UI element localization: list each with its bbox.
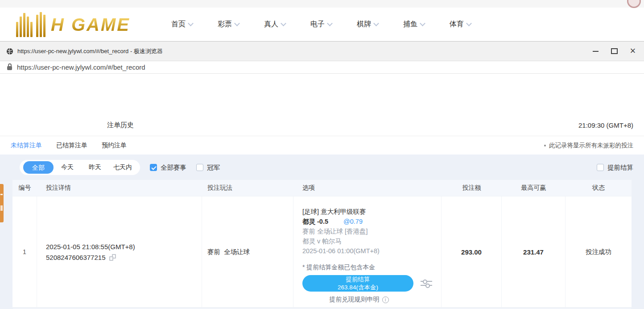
nav-item-home[interactable]: 首页 — [159, 20, 205, 29]
top-strip — [0, 0, 644, 8]
date-filter-all[interactable]: 全部 — [23, 161, 54, 174]
col-header-selection: 选项 — [293, 184, 442, 192]
chevron-down-icon — [373, 21, 379, 26]
cell-status: 投注成功 — [566, 196, 632, 307]
chevron-down-icon — [466, 21, 472, 26]
main-nav: 首页 彩票 真人 电子 棋牌 捕鱼 — [159, 20, 483, 29]
tab-settled[interactable]: 已结算注单 — [56, 142, 87, 150]
close-button[interactable]: × — [623, 42, 642, 61]
bullet-dot-icon — [544, 145, 546, 146]
window-title: https://user-pc-new.jylywl.com/#/bet_rec… — [17, 47, 163, 55]
lock-icon — [7, 66, 12, 70]
globe-icon — [6, 48, 13, 55]
bets-table: 编号 投注详情 投注玩法 选项 投注额 最高可赢 状态 1 2025-01-05… — [12, 180, 632, 308]
unsettled-note: 此记录将显示所有未派彩的投注 — [544, 142, 633, 150]
tabs-row: 未结算注单 已结算注单 预约注单 此记录将显示所有未派彩的投注 — [0, 136, 644, 154]
col-header-maxwin: 最高可赢 — [502, 184, 566, 192]
sliders-icon[interactable] — [421, 280, 432, 287]
nav-label: 彩票 — [218, 20, 232, 29]
maximize-icon — [611, 48, 618, 54]
nav-item-cards[interactable]: 棋牌 — [344, 20, 391, 29]
url-text: https://user-pc-new.jylywl.com/#/bet_rec… — [17, 63, 145, 71]
nav-label: 体育 — [450, 20, 464, 29]
date-filter-group: 全部 今天 昨天 七天内 — [20, 160, 140, 175]
tab-reserved[interactable]: 预约注单 — [102, 142, 127, 150]
nav-item-slots[interactable]: 电子 — [298, 20, 344, 29]
window-controls: × — [586, 42, 642, 61]
nav-label: 棋牌 — [357, 20, 371, 29]
page-content: 注单历史 21:09:30 (GMT+8) 未结算注单 已结算注单 预约注单 此… — [0, 114, 644, 309]
logo-bars-icon — [16, 12, 45, 37]
cashout-button-line2: 263.84(含本金) — [338, 284, 378, 291]
page-title: 注单历史 — [107, 121, 134, 129]
nav-item-lottery[interactable]: 彩票 — [205, 20, 252, 29]
market-text: 赛前 全场让球 [香港盘] — [302, 226, 432, 236]
note-text: 此记录将显示所有未派彩的投注 — [549, 142, 633, 150]
col-header-stake: 投注额 — [442, 184, 502, 192]
brand-logo-text: H GAME — [51, 16, 130, 33]
browser-titlebar: https://user-pc-new.jylywl.com/#/bet_rec… — [0, 42, 644, 61]
chevron-down-icon — [420, 21, 425, 26]
bet-id: 5208247606377215 — [46, 254, 105, 261]
chevron-down-icon — [234, 21, 240, 26]
browser-window: https://user-pc-new.jylywl.com/#/bet_rec… — [0, 41, 644, 309]
copy-icon[interactable] — [109, 254, 116, 261]
chevron-down-icon — [281, 21, 286, 26]
nav-label: 捕鱼 — [403, 20, 417, 29]
col-header-status: 状态 — [566, 184, 632, 192]
early-settle-checkbox[interactable]: 提前结算 — [597, 163, 633, 172]
pick-row: 都灵 -0.5 @0.79 — [302, 217, 432, 226]
minimize-icon — [593, 51, 599, 52]
close-icon: × — [630, 46, 636, 56]
cashout-note: * 提前结算金额已包含本金 — [302, 263, 432, 271]
cell-row-number: 1 — [12, 196, 37, 307]
col-header-no: 编号 — [12, 184, 37, 192]
nav-label: 电子 — [310, 20, 325, 29]
pick-text: 都灵 -0.5 — [302, 218, 328, 225]
table-header-row: 编号 投注详情 投注玩法 选项 投注额 最高可赢 状态 — [12, 180, 632, 196]
date-filter-7days[interactable]: 七天内 — [109, 163, 136, 171]
checkbox-label: 冠军 — [207, 163, 220, 172]
nav-label: 真人 — [264, 20, 278, 29]
col-header-play: 投注玩法 — [202, 184, 293, 192]
screen: H GAME 首页 彩票 真人 电子 棋牌 — [0, 0, 644, 309]
nav-item-sports[interactable]: 体育 — [437, 20, 483, 29]
odds-link[interactable]: @0.79 — [343, 218, 363, 225]
bet-id-row: 5208247606377215 — [46, 254, 202, 261]
date-filter-yesterday[interactable]: 昨天 — [81, 163, 109, 171]
rules-label: 提前兑现规则申明 — [330, 296, 380, 304]
match-text: 都灵 v 帕尔马 — [302, 236, 432, 246]
cashout-button[interactable]: 提前结算 263.84(含本金) — [302, 275, 413, 292]
side-floating-tab[interactable] — [0, 184, 4, 222]
all-events-checkbox[interactable]: 全部赛事 — [150, 163, 186, 172]
cell-selection: [足球] 意大利甲级联赛 都灵 -0.5 @0.79 赛前 全场让球 [香港盘]… — [293, 196, 442, 307]
checkbox-icon — [196, 164, 203, 171]
league-name: [足球] 意大利甲级联赛 — [302, 207, 432, 217]
cell-max-win: 231.47 — [502, 196, 566, 307]
col-header-details: 投注详情 — [37, 184, 202, 192]
bet-time: 2025-01-05 21:08:55(GMT+8) — [46, 243, 202, 251]
minimize-button[interactable] — [586, 42, 605, 61]
chevron-down-icon — [327, 21, 333, 26]
checkbox-icon — [597, 164, 604, 171]
nav-item-live[interactable]: 真人 — [252, 20, 298, 29]
date-filter-today[interactable]: 今天 — [54, 163, 81, 171]
maximize-button[interactable] — [605, 42, 623, 61]
info-icon: i — [382, 296, 389, 303]
champion-checkbox[interactable]: 冠军 — [196, 163, 220, 172]
match-time: 2025-01-06 01:00(GMT+8) — [302, 246, 432, 256]
nav-label: 首页 — [171, 20, 186, 29]
checkbox-label: 全部赛事 — [161, 163, 186, 172]
page-header: 注单历史 21:09:30 (GMT+8) — [0, 114, 644, 136]
nav-item-fishing[interactable]: 捕鱼 — [391, 20, 437, 29]
clock-text: 21:09:30 (GMT+8) — [578, 121, 633, 129]
checkbox-label: 提前结算 — [607, 163, 633, 172]
cell-play-type: 赛前 全场让球 — [202, 196, 293, 307]
address-bar[interactable]: https://user-pc-new.jylywl.com/#/bet_rec… — [0, 61, 644, 74]
tab-unsettled[interactable]: 未结算注单 — [11, 142, 42, 150]
cashout-rules-link[interactable]: 提前兑现规则申明 i — [302, 296, 416, 304]
cashout-button-line1: 提前结算 — [346, 276, 370, 283]
filter-row: 全部 今天 昨天 七天内 全部赛事 冠军 提前结算 — [0, 159, 644, 176]
cashout-row: 提前结算 263.84(含本金) — [302, 275, 432, 292]
brand-logo[interactable]: H GAME — [16, 12, 130, 37]
